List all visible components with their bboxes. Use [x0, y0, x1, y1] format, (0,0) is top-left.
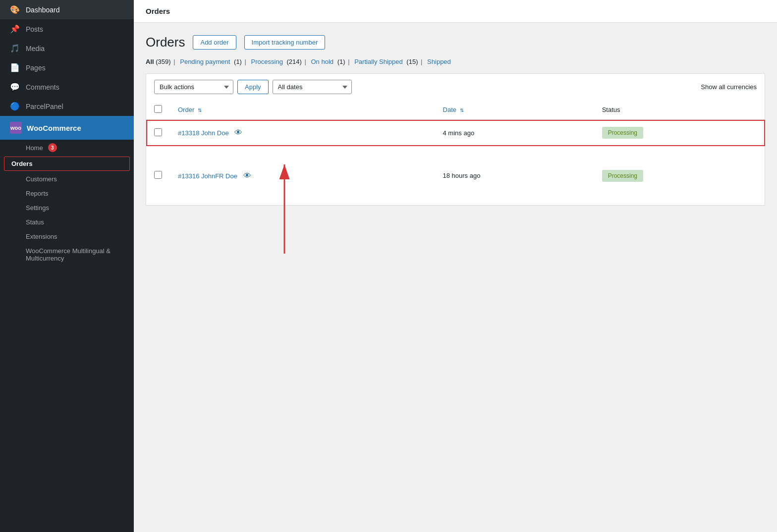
filter-links: All (359) | Pending payment (1) | Proces…: [146, 58, 765, 65]
parcelpanel-icon: 🔵: [10, 102, 20, 111]
eye-icon[interactable]: 👁: [234, 128, 242, 137]
row-select-cell[interactable]: [146, 120, 170, 146]
toolbar: Bulk actions Apply All dates Show all cu…: [146, 73, 765, 100]
order-sort-icon: ⇅: [198, 107, 202, 113]
media-icon: 🎵: [10, 44, 20, 53]
filter-shipped[interactable]: Shipped: [427, 58, 451, 65]
posts-icon: 📌: [10, 24, 20, 34]
sidebar-nav-item-dashboard[interactable]: 🎨 Dashboard: [0, 0, 134, 19]
sidebar-sub-item-orders[interactable]: Orders: [4, 157, 130, 171]
status-cell: Processing: [594, 120, 765, 146]
content-area: Orders Add order Import tracking number …: [134, 23, 777, 532]
top-bar-title: Orders: [146, 7, 170, 15]
settings-label: Settings: [26, 204, 49, 212]
filter-partially-shipped-count: (15): [406, 58, 418, 65]
date-cell: 18 hours ago: [435, 146, 594, 206]
status-badge: Processing: [602, 127, 643, 139]
bulk-actions-dropdown[interactable]: Bulk actions: [154, 80, 233, 94]
row-checkbox[interactable]: [154, 171, 162, 179]
sidebar-nav-item-parcelpanel[interactable]: 🔵 ParcelPanel: [0, 97, 134, 116]
table-row[interactable]: #13318 John Doe 👁 4 mins ago Processing: [146, 120, 765, 146]
status-badge: Processing: [602, 170, 643, 182]
sidebar-item-label: Dashboard: [26, 6, 60, 14]
home-badge: 3: [48, 143, 57, 152]
orders-table: Order ⇅ Date ⇅ Status: [146, 100, 765, 206]
filter-all-count: (359): [156, 58, 170, 65]
order-link[interactable]: #13316 JohnFR Doe: [178, 172, 237, 180]
orders-table-wrapper: Order ⇅ Date ⇅ Status: [146, 100, 765, 206]
filter-on-hold[interactable]: On hold: [311, 58, 333, 65]
sidebar-sub-item-reports[interactable]: Reports: [0, 186, 134, 201]
sidebar-item-label: ParcelPanel: [26, 103, 63, 110]
sidebar-sub-item-customers[interactable]: Customers: [0, 172, 134, 186]
sidebar-item-label: Pages: [26, 64, 46, 72]
order-column-header[interactable]: Order ⇅: [170, 100, 435, 120]
row-checkbox[interactable]: [154, 128, 162, 136]
row-select-cell[interactable]: [146, 146, 170, 206]
sidebar-nav-item-pages[interactable]: 📄 Pages: [0, 58, 134, 77]
select-all-checkbox[interactable]: [154, 105, 162, 113]
multilingual-label: WooCommerce Multilingual & Multicurrency: [26, 247, 111, 262]
main-content: Orders Orders Add order Import tracking …: [134, 0, 777, 532]
home-label: Home: [26, 144, 43, 152]
sidebar-sub-item-status[interactable]: Status: [0, 215, 134, 229]
sidebar: 🎨 Dashboard 📌 Posts 🎵 Media 📄 Pages 💬 Co…: [0, 0, 134, 532]
filter-processing[interactable]: Processing: [251, 58, 283, 65]
sidebar-sub-item-settings[interactable]: Settings: [0, 201, 134, 215]
comments-icon: 💬: [10, 82, 20, 92]
date-sort-icon: ⇅: [460, 107, 464, 113]
status-cell: Processing: [594, 146, 765, 206]
filter-partially-shipped[interactable]: Partially Shipped: [354, 58, 403, 65]
sidebar-item-label: Media: [26, 45, 45, 53]
eye-icon[interactable]: 👁: [243, 171, 251, 180]
page-header: Orders Add order Import tracking number: [146, 35, 765, 50]
sidebar-sub-item-multilingual[interactable]: WooCommerce Multilingual & Multicurrency: [0, 244, 134, 266]
order-cell: #13316 JohnFR Doe 👁: [170, 146, 435, 206]
date-column-header[interactable]: Date ⇅: [435, 100, 594, 120]
extensions-label: Extensions: [26, 233, 57, 240]
add-order-button[interactable]: Add order: [193, 35, 236, 50]
table-row[interactable]: #13316 JohnFR Doe 👁 18 hours ago Process…: [146, 146, 765, 206]
filter-pending[interactable]: Pending payment: [180, 58, 230, 65]
status-column-header: Status: [594, 100, 765, 120]
apply-button[interactable]: Apply: [237, 80, 269, 94]
sidebar-nav-item-comments[interactable]: 💬 Comments: [0, 77, 134, 97]
woocommerce-brand[interactable]: woo WooCommerce: [0, 116, 134, 140]
show-currencies-button[interactable]: Show all currencies: [701, 83, 757, 91]
status-label: Status: [26, 218, 44, 226]
top-bar: Orders: [134, 0, 777, 23]
sidebar-item-label: Posts: [26, 25, 43, 33]
filter-pending-count: (1): [234, 58, 242, 65]
sidebar-item-label: Comments: [26, 83, 59, 91]
woocommerce-label: WooCommerce: [27, 124, 81, 132]
woo-icon: woo: [10, 122, 22, 134]
table-header-row: Order ⇅ Date ⇅ Status: [146, 100, 765, 120]
filter-on-hold-count: (1): [337, 58, 345, 65]
page-title: Orders: [146, 35, 185, 50]
filter-processing-count: (214): [287, 58, 302, 65]
dashboard-icon: 🎨: [10, 5, 20, 14]
import-tracking-button[interactable]: Import tracking number: [244, 35, 326, 50]
customers-label: Customers: [26, 175, 57, 183]
sidebar-sub-item-home[interactable]: Home 3: [0, 140, 134, 156]
filter-all[interactable]: All: [146, 58, 154, 65]
date-cell: 4 mins ago: [435, 120, 594, 146]
sidebar-sub-item-extensions[interactable]: Extensions: [0, 229, 134, 244]
select-all-header[interactable]: [146, 100, 170, 120]
all-dates-dropdown[interactable]: All dates: [273, 80, 352, 94]
sidebar-nav-item-posts[interactable]: 📌 Posts: [0, 19, 134, 39]
sidebar-nav-item-media[interactable]: 🎵 Media: [0, 39, 134, 58]
reports-label: Reports: [26, 190, 49, 197]
pages-icon: 📄: [10, 63, 20, 72]
order-cell: #13318 John Doe 👁: [170, 120, 435, 146]
order-link[interactable]: #13318 John Doe: [178, 129, 229, 137]
orders-label: Orders: [11, 160, 33, 167]
